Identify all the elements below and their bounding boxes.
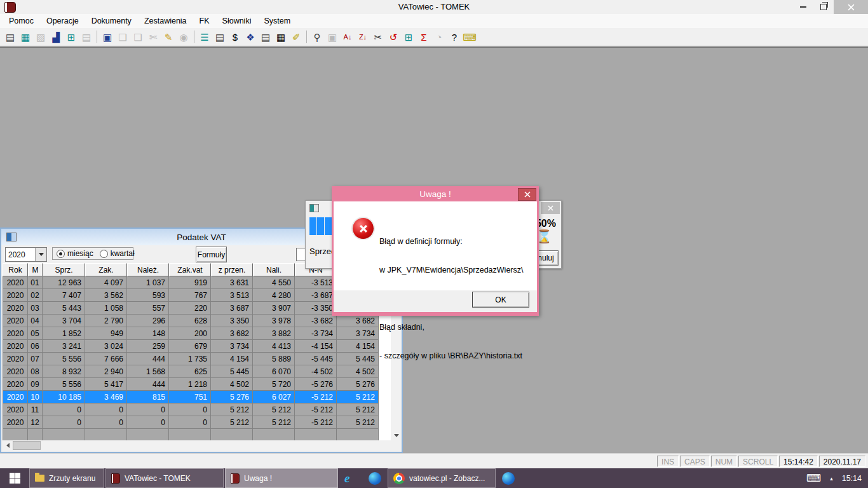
table-cell[interactable]: 09: [28, 378, 43, 391]
table-row[interactable]: 20201100005 2125 212-5 2125 212: [3, 403, 379, 416]
table-cell[interactable]: 5 720: [253, 378, 295, 391]
close-icon[interactable]: [834, 0, 868, 14]
table-cell[interactable]: 0: [127, 416, 169, 429]
table-cell[interactable]: 2 940: [85, 365, 127, 378]
table-cell[interactable]: 1 568: [127, 365, 169, 378]
table-cell[interactable]: 3 562: [85, 289, 127, 302]
table-cell[interactable]: 4 413: [253, 340, 295, 353]
sort-desc-icon[interactable]: Z↓: [355, 29, 370, 44]
table-row[interactable]: 2020063 2413 0242596793 7344 413-4 1544 …: [3, 340, 379, 353]
table-cell[interactable]: 01: [28, 276, 43, 289]
table-cell[interactable]: -5 212: [295, 416, 337, 429]
table-cell[interactable]: 7 666: [85, 353, 127, 365]
formulas-button[interactable]: Formuły: [196, 247, 227, 262]
table-cell[interactable]: 919: [169, 276, 211, 289]
table-cell[interactable]: 10 185: [43, 391, 85, 403]
table-cell[interactable]: 3 687: [211, 302, 253, 315]
table-cell[interactable]: 12 963: [43, 276, 85, 289]
table-cell[interactable]: 259: [127, 340, 169, 353]
calculator-icon[interactable]: ⊞: [64, 29, 79, 44]
table-cell[interactable]: 6 027: [253, 391, 295, 403]
table-cell[interactable]: 444: [127, 378, 169, 391]
table-cell[interactable]: 5 276: [337, 378, 379, 391]
table-cell[interactable]: 5 212: [211, 416, 253, 429]
table-cell[interactable]: 2020: [3, 327, 28, 340]
table-cell[interactable]: 05: [28, 327, 43, 340]
ok-button[interactable]: OK: [472, 292, 529, 308]
table-row[interactable]: 20200112 9634 0971 0379193 6314 550-3 51…: [3, 276, 379, 289]
table-cell[interactable]: 2020: [3, 276, 28, 289]
pen-icon[interactable]: ✎: [161, 29, 176, 44]
table-cell[interactable]: -5 276: [295, 378, 337, 391]
table-cell[interactable]: 5 212: [337, 416, 379, 429]
table-cell[interactable]: 2020: [3, 378, 28, 391]
table-cell[interactable]: -3 682: [295, 315, 337, 327]
taskbar-item-ie[interactable]: e: [339, 468, 362, 488]
menu-pomoc[interactable]: Pomoc: [3, 15, 40, 27]
table-cell[interactable]: 5 212: [211, 403, 253, 416]
cut-icon[interactable]: ✂: [370, 29, 386, 44]
table-cell[interactable]: 3 024: [85, 340, 127, 353]
table-cell[interactable]: 4 154: [211, 353, 253, 365]
dollar-icon[interactable]: $: [227, 29, 243, 44]
error-dialog-close-icon[interactable]: [518, 188, 536, 201]
table-cell[interactable]: 200: [169, 327, 211, 340]
table-cell[interactable]: 11: [28, 403, 43, 416]
table-cell[interactable]: 3 682: [211, 327, 253, 340]
grid-icon[interactable]: ▦: [273, 29, 288, 44]
table-cell[interactable]: 5 443: [43, 302, 85, 315]
table-cell[interactable]: 148: [127, 327, 169, 340]
table-cell[interactable]: 4 280: [253, 289, 295, 302]
table-cell[interactable]: -4 154: [295, 340, 337, 353]
table-cell[interactable]: 3 513: [211, 289, 253, 302]
scroll-left-icon[interactable]: [3, 440, 13, 451]
help-icon[interactable]: ?: [447, 29, 462, 44]
search-icon[interactable]: ⚲: [309, 29, 325, 44]
table-cell[interactable]: 0: [43, 416, 85, 429]
menu-dokumenty[interactable]: Dokumenty: [85, 15, 138, 27]
scroll-down-icon[interactable]: [391, 430, 402, 440]
scrollbar-thumb[interactable]: [13, 441, 41, 450]
table-cell[interactable]: 2020: [3, 315, 28, 327]
table-cell[interactable]: 5 212: [253, 416, 295, 429]
table-cell[interactable]: 8 932: [43, 365, 85, 378]
table-cell[interactable]: 679: [169, 340, 211, 353]
table-cell[interactable]: 4 550: [253, 276, 295, 289]
table-cell[interactable]: 5 212: [253, 403, 295, 416]
table-cell[interactable]: 7 407: [43, 289, 85, 302]
column-header-Sprz.[interactable]: Sprz.: [43, 263, 85, 276]
column-header-Rok[interactable]: Rok: [3, 263, 28, 276]
table-cell[interactable]: 4 502: [211, 378, 253, 391]
radio-month[interactable]: miesiąc: [57, 249, 93, 258]
table-cell[interactable]: 2020: [3, 340, 28, 353]
taskbar-item-edge[interactable]: [363, 468, 386, 488]
table-cell[interactable]: 1 058: [85, 302, 127, 315]
table-cell[interactable]: 0: [169, 416, 211, 429]
menu-fk[interactable]: FK: [193, 15, 216, 27]
table-cell[interactable]: 5 417: [85, 378, 127, 391]
taskbar-item-chrome-vatowiec.pl[interactable]: vatowiec.pl - Zobacz...: [388, 468, 496, 488]
table-cell[interactable]: -5 445: [295, 353, 337, 365]
table-cell[interactable]: 0: [85, 403, 127, 416]
table-cell[interactable]: 220: [169, 302, 211, 315]
table-cell[interactable]: 3 882: [253, 327, 295, 340]
table-cell[interactable]: 6 070: [253, 365, 295, 378]
column-header-Nali.[interactable]: Nali.: [253, 263, 295, 276]
table-cell[interactable]: 296: [127, 315, 169, 327]
table-cell[interactable]: 4 502: [337, 365, 379, 378]
report-icon[interactable]: ▤: [212, 29, 227, 44]
table-cell[interactable]: 3 631: [211, 276, 253, 289]
error-dialog-title-bar[interactable]: Uwaga !: [332, 186, 539, 201]
horizontal-scrollbar[interactable]: [3, 440, 390, 451]
table-cell[interactable]: 593: [127, 289, 169, 302]
undo-icon[interactable]: ↺: [386, 29, 401, 44]
table-cell[interactable]: 06: [28, 340, 43, 353]
year-select[interactable]: 2020: [5, 247, 47, 262]
table-cell[interactable]: 5 276: [211, 391, 253, 403]
table-cell[interactable]: 0: [169, 403, 211, 416]
taskbar-item-book-vatowiec[interactable]: VATowiec - TOMEK: [105, 468, 224, 488]
column-header-Należ.[interactable]: Należ.: [127, 263, 169, 276]
table-cell[interactable]: 2020: [3, 302, 28, 315]
table-cell[interactable]: 08: [28, 365, 43, 378]
table-cell[interactable]: 1 735: [169, 353, 211, 365]
